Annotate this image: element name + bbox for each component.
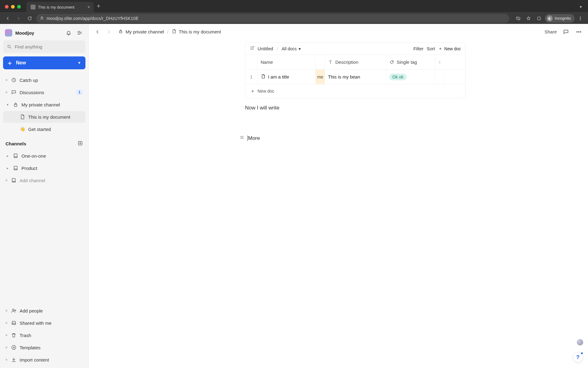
presence-avatar-icon[interactable] bbox=[577, 339, 583, 345]
footer-label: Templates bbox=[20, 345, 83, 350]
svg-point-5 bbox=[8, 45, 10, 48]
view-picker-label: All docs bbox=[282, 46, 297, 51]
workspace-switcher[interactable]: Moodjoy bbox=[3, 28, 85, 40]
address-bar[interactable]: moodjoy.slite.com/app/docs/r_DHzUYfHSK10… bbox=[36, 14, 509, 23]
row-description: This is my bean bbox=[328, 74, 360, 79]
reload-button[interactable] bbox=[25, 14, 34, 23]
comments-icon[interactable] bbox=[562, 28, 570, 36]
channel-product[interactable]: Product bbox=[3, 162, 85, 174]
table-row[interactable]: 1 I am a title me This is my bean bbox=[245, 70, 465, 84]
tab-title: This is my document bbox=[38, 5, 85, 10]
footer-add-people[interactable]: Add people bbox=[3, 305, 85, 316]
window-zoom-icon[interactable] bbox=[17, 5, 21, 9]
bullet-icon bbox=[6, 347, 7, 348]
bullet-icon bbox=[6, 359, 7, 361]
sidebar: Moodjoy ＋ New ▼ bbox=[0, 24, 89, 368]
svg-point-2 bbox=[580, 17, 581, 17]
sidebar-doc-current[interactable]: This is my document bbox=[3, 111, 85, 123]
topbar: My private channel / This is my document… bbox=[89, 24, 588, 40]
col-description[interactable]: Description bbox=[325, 55, 386, 69]
row-tag-cell[interactable]: Ok ok bbox=[386, 70, 435, 84]
footer-shared[interactable]: Shared with me bbox=[3, 317, 85, 329]
window-close-icon[interactable] bbox=[5, 5, 9, 9]
document-icon bbox=[172, 29, 176, 35]
incognito-indicator[interactable]: ◐ Incognito bbox=[545, 14, 575, 23]
search-icon bbox=[7, 44, 12, 49]
doc-label: Get started bbox=[28, 127, 83, 132]
help-fab[interactable]: ? bbox=[573, 352, 583, 362]
footer-templates[interactable]: Templates bbox=[3, 342, 85, 353]
list-icon bbox=[239, 135, 244, 141]
new-tab-button[interactable]: + bbox=[94, 3, 104, 12]
plus-icon: ＋ bbox=[7, 60, 13, 66]
nav-catch-up[interactable]: Catch up bbox=[3, 74, 85, 86]
body-more-line[interactable]: More bbox=[239, 135, 466, 141]
workspace-name: Moodjoy bbox=[15, 30, 62, 36]
collapse-sidebar-icon[interactable] bbox=[76, 29, 84, 37]
browser-tab[interactable]: This is my document × bbox=[26, 2, 94, 12]
row-description-cell[interactable]: This is my bean bbox=[325, 70, 386, 84]
chevron-down-icon[interactable] bbox=[6, 103, 10, 107]
tab-close-icon[interactable]: × bbox=[88, 5, 90, 10]
svg-point-17 bbox=[439, 62, 440, 62]
nav-discussions[interactable]: Discussions 1 bbox=[3, 86, 85, 98]
share-button[interactable]: Share bbox=[545, 29, 557, 34]
nav-label: Discussions bbox=[20, 90, 73, 95]
doc-label: This is my document bbox=[28, 114, 83, 120]
breadcrumb-parent[interactable]: My private channel bbox=[118, 29, 164, 35]
extensions-icon[interactable] bbox=[534, 14, 544, 23]
nav-forward-button[interactable] bbox=[14, 14, 23, 23]
channel-one-on-one[interactable]: One-on-one bbox=[3, 150, 85, 162]
inbox-icon bbox=[11, 320, 17, 326]
plus-icon: ＋ bbox=[438, 46, 443, 52]
table-new-row[interactable]: ＋ New doc bbox=[245, 84, 465, 98]
new-channel-icon[interactable] bbox=[77, 140, 83, 147]
document-icon bbox=[20, 114, 25, 120]
view-picker[interactable]: All docs ▾ bbox=[282, 46, 301, 51]
nav-back-button[interactable] bbox=[3, 14, 12, 23]
svg-rect-1 bbox=[538, 17, 541, 20]
table-new-doc-button[interactable]: ＋ New doc bbox=[438, 46, 461, 52]
notifications-bell-icon[interactable] bbox=[65, 29, 73, 37]
browser-menu-icon[interactable] bbox=[576, 14, 585, 23]
search-input[interactable] bbox=[15, 44, 82, 49]
view-title[interactable]: Untitled bbox=[258, 46, 273, 51]
tracking-eye-icon[interactable] bbox=[514, 14, 523, 23]
sort-button[interactable]: Sort bbox=[427, 46, 435, 51]
body-paragraph[interactable]: Now I will write bbox=[245, 105, 466, 111]
footer-label: Import content bbox=[20, 357, 83, 362]
history-forward-button[interactable] bbox=[105, 28, 113, 36]
nav-label: My private channel bbox=[21, 102, 83, 107]
col-single-tag[interactable]: Single tag bbox=[386, 55, 435, 69]
tab-overflow-icon[interactable]: ▾ bbox=[577, 4, 585, 12]
sidebar-doc-get-started[interactable]: 👋 Get started bbox=[3, 123, 85, 135]
row-name-cell[interactable]: I am a title bbox=[258, 70, 316, 84]
document-icon bbox=[261, 74, 266, 80]
footer-label: Trash bbox=[20, 333, 83, 338]
col-more-menu[interactable] bbox=[435, 55, 444, 69]
workspace-avatar-icon bbox=[5, 29, 12, 36]
row-name: I am a title bbox=[268, 74, 289, 79]
bookmark-star-icon[interactable] bbox=[524, 14, 533, 23]
breadcrumb-parent-label: My private channel bbox=[126, 29, 164, 34]
filter-button[interactable]: Filter bbox=[413, 46, 424, 51]
add-channel[interactable]: Add channel bbox=[3, 174, 85, 186]
chevron-right-icon[interactable] bbox=[6, 166, 10, 170]
channel-label: Product bbox=[21, 166, 83, 171]
new-button[interactable]: ＋ New ▼ bbox=[3, 56, 85, 69]
document-content: Untitled / All docs ▾ Filter Sort ＋ New … bbox=[89, 40, 588, 368]
incognito-mask-icon: ◐ bbox=[547, 15, 553, 21]
breadcrumb-current[interactable]: This is my document bbox=[172, 29, 221, 35]
search-bar[interactable] bbox=[3, 40, 85, 53]
window-minimize-icon[interactable] bbox=[11, 5, 15, 9]
footer-import[interactable]: Import content bbox=[3, 354, 85, 366]
svg-rect-0 bbox=[41, 17, 43, 19]
col-name[interactable]: Name bbox=[258, 55, 316, 69]
footer-trash[interactable]: Trash bbox=[3, 329, 85, 341]
chevron-right-icon[interactable] bbox=[6, 154, 10, 158]
more-menu-icon[interactable] bbox=[575, 28, 582, 36]
sidebar-item-private-channel[interactable]: My private channel bbox=[3, 99, 85, 110]
browser-chrome: This is my document × + ▾ moodjoy.slite.… bbox=[0, 0, 588, 24]
history-back-button[interactable] bbox=[93, 28, 102, 36]
plus-icon: ＋ bbox=[250, 88, 255, 94]
